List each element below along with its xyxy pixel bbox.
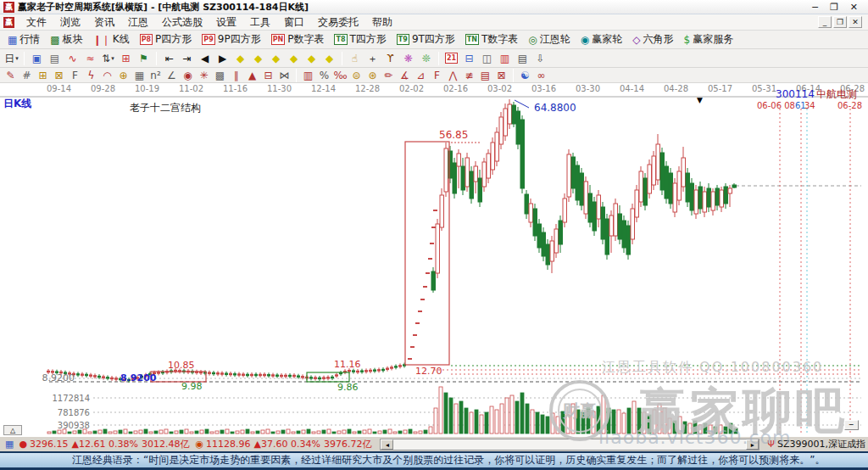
calculator-icon[interactable]: ⊟ — [460, 50, 478, 66]
t-number-table-button[interactable]: TNT数字表 — [460, 31, 524, 48]
prev-page-icon[interactable]: ◀ — [196, 50, 214, 66]
maximize-button[interactable]: ❐ — [830, 1, 838, 14]
wheel-tool-icon[interactable]: ❋ — [399, 50, 417, 66]
chart-pane[interactable]: 09-1409-2810-1911-0211-1611-3012-1412-28… — [0, 83, 868, 436]
tower-mark-icon[interactable]: ▲ — [244, 69, 260, 81]
menu-2[interactable]: 浏览 — [53, 14, 87, 31]
last-page-icon[interactable]: ⇥ — [178, 50, 196, 66]
kline-mark-icon[interactable]: ∥ — [228, 69, 244, 81]
next-page-icon[interactable]: ▶ — [214, 50, 231, 66]
t-square-button[interactable]: T8T四方形 — [329, 31, 391, 48]
starburst-icon[interactable]: ✳ — [196, 69, 212, 81]
gann-wheel-button[interactable]: ◎江恩轮 — [523, 31, 575, 48]
yinyang-icon[interactable]: ☯ — [517, 69, 533, 81]
menu-6[interactable]: 设置 — [209, 14, 243, 31]
hatch-grid-icon[interactable]: # — [19, 69, 35, 81]
not-equal-lines-icon[interactable]: ≢ — [461, 69, 477, 81]
menu-4[interactable]: 江恩 — [121, 14, 155, 31]
lightning-line-icon[interactable]: ϟ — [83, 69, 99, 81]
measure-tool-icon[interactable]: ϒ — [381, 50, 399, 66]
wedge-tool-icon[interactable]: ⊿ — [413, 69, 429, 81]
target-tool-icon[interactable]: ◉ — [180, 69, 196, 81]
p9-square-button[interactable]: P99P四方形 — [197, 31, 265, 48]
menu-5[interactable]: 公式选股 — [155, 14, 209, 31]
save-red-icon[interactable]: ▥ — [496, 50, 514, 66]
percent-tool-icon[interactable]: % — [316, 69, 332, 81]
scroll-left-button[interactable]: ◂ — [381, 439, 393, 450]
period-day-icon[interactable]: 日▾ — [3, 50, 20, 66]
pen2-icon[interactable]: ✏ — [381, 69, 397, 81]
svg-text:06-28: 06-28 — [837, 101, 862, 110]
svg-text:56.85: 56.85 — [439, 129, 468, 141]
menu-10[interactable]: 帮助 — [365, 14, 399, 31]
quote-grid-icon[interactable]: ▦ — [5, 439, 14, 450]
p-square-button[interactable]: P8P四方形 — [135, 31, 198, 48]
zoom-diamond-2-icon[interactable]: ◆ — [249, 50, 267, 66]
circle-cross-icon[interactable]: ⊕ — [115, 69, 131, 81]
trend-polyline2-icon[interactable]: ≈ — [81, 50, 99, 66]
gann-box-gold-icon[interactable]: ⊞ — [35, 69, 51, 81]
minimize-button[interactable]: ─ — [812, 1, 818, 14]
save-view-icon[interactable]: ◫ — [478, 50, 496, 66]
panel-grid-icon[interactable]: ▤ — [477, 69, 493, 81]
volume-collapse-button[interactable]: − — [844, 420, 859, 430]
angle-measure-icon[interactable]: ∡ — [397, 69, 413, 81]
zoom-diamond-3-icon[interactable]: ◆ — [267, 50, 285, 66]
zoom-diamond-1-icon[interactable]: ◆ — [231, 50, 249, 66]
pen-icon[interactable]: ✎ — [3, 69, 19, 81]
menu-9[interactable]: 交易委托 — [311, 14, 365, 31]
color-flag-icon[interactable]: ⚑ — [135, 50, 153, 66]
fib-levels-icon[interactable]: F — [67, 69, 83, 81]
menu-7[interactable]: 工具 — [243, 14, 277, 31]
menu-3[interactable]: 资讯 — [87, 14, 121, 31]
hand-tool-icon[interactable]: ☝ — [346, 50, 364, 66]
zoom-diamond-5-icon[interactable]: ◆ — [303, 50, 320, 66]
speed-line-icon[interactable]: ⋀ — [445, 69, 461, 81]
sectors-button[interactable]: ▩板块 — [45, 31, 87, 48]
calendar-icon[interactable]: 21 — [442, 50, 460, 66]
zoom-diamond-4-icon[interactable]: ◆ — [285, 50, 303, 66]
angle-tool-icon[interactable]: ∠ — [164, 69, 180, 81]
child-close-button[interactable]: ✕ — [849, 16, 862, 28]
print-save-icon[interactable]: ▤ — [514, 50, 531, 66]
candle-style-icon[interactable]: ⇅▾ — [99, 50, 117, 66]
quote-list-icon[interactable]: ▤ — [46, 50, 64, 66]
image-grid-icon[interactable]: ▩ — [212, 69, 228, 81]
arc-tool-icon[interactable]: ◠ — [99, 69, 115, 81]
hexagon-button[interactable]: ◇六角形 — [627, 31, 678, 48]
child-minimize-button[interactable]: _ — [818, 16, 832, 28]
child-restore-button[interactable]: ❐ — [833, 16, 847, 28]
first-page-icon[interactable]: ⇤ — [160, 50, 178, 66]
menu-8[interactable]: 窗口 — [277, 14, 311, 31]
grid-lines-icon[interactable]: ▦ — [131, 69, 147, 81]
gold-ring-icon[interactable]: ⊜ — [348, 69, 364, 81]
chart-window-icon[interactable]: ▣ — [28, 50, 46, 66]
winner-service-button[interactable]: $赢家服务 — [679, 31, 739, 48]
angle-tool-icon: ∠ — [167, 70, 176, 81]
volume-expand-button[interactable]: △ — [3, 425, 22, 435]
gann-wheel-icon: ◎ — [528, 34, 537, 46]
gold-ring2-icon[interactable]: ⊛ — [364, 69, 381, 81]
p-number-table-button[interactable]: PNP数字表 — [266, 31, 330, 48]
kline-button[interactable]: ❙❘K线 — [88, 31, 135, 48]
zoom-diamond-6-icon[interactable]: ◆ — [320, 50, 338, 66]
export-data-icon[interactable]: ⇩ — [531, 50, 549, 66]
infinity-icon[interactable]: ∞ — [533, 69, 549, 81]
trend-polyline-icon[interactable]: ∿ — [64, 50, 81, 66]
t9-square-button[interactable]: T99T四方形 — [392, 31, 460, 48]
gann-square-gold-icon[interactable]: ⊠ — [51, 69, 67, 81]
link-lines-icon[interactable]: ⋈ — [276, 69, 292, 81]
quotes-button[interactable]: ▦行情 — [3, 31, 45, 48]
winner-wheel-button[interactable]: ◉赢家轮 — [576, 31, 627, 48]
percent-lines-icon[interactable]: ‰ — [332, 69, 348, 81]
hist-bars-icon[interactable]: ▥ — [300, 69, 316, 81]
web-tool-icon[interactable]: ❊ — [417, 50, 435, 66]
fib-red-icon[interactable]: F — [429, 69, 445, 81]
range-box-icon[interactable]: ⊟ — [260, 69, 276, 81]
close-button[interactable]: ✕ — [850, 1, 858, 14]
box-cross-icon[interactable]: ⊠ — [493, 69, 509, 81]
menu-1[interactable]: 文件 — [19, 14, 53, 31]
kline-frame-icon[interactable]: ⊞ — [117, 50, 135, 66]
n-square-icon[interactable]: n² — [147, 69, 164, 81]
crosshair-tool-icon[interactable]: ＋ — [364, 50, 381, 66]
